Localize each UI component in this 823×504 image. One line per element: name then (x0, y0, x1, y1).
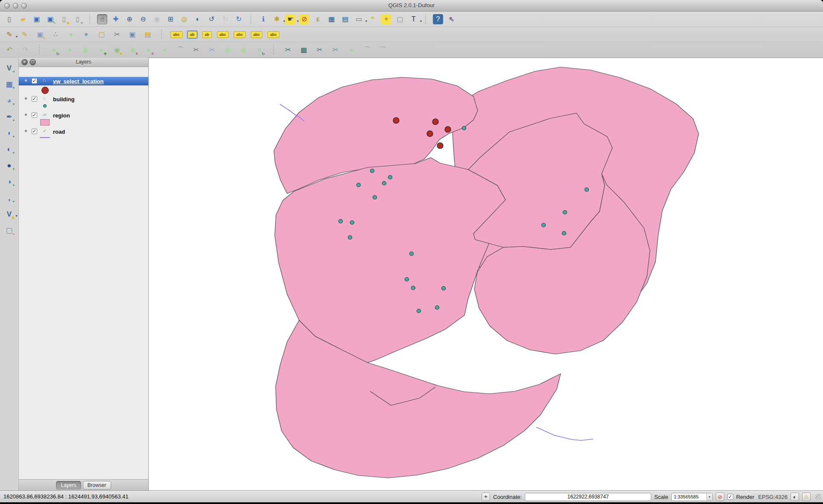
layer-visibility-checkbox[interactable]: ✓ (32, 96, 37, 102)
layer-visibility-checkbox[interactable]: ✓ (32, 112, 37, 118)
add-mssql-layer-button[interactable]: ◗+ (4, 128, 15, 138)
add-wfs-layer-button[interactable]: ◑+ (4, 176, 15, 187)
zoom-last-button[interactable]: ↺ (206, 14, 217, 24)
rotate-point-symbols-button[interactable]: ●↻ (254, 45, 265, 55)
deselect-features-button[interactable]: ⊘ (299, 14, 309, 24)
add-ring-button[interactable]: ◉ (80, 45, 91, 55)
layer-name[interactable]: road (53, 129, 65, 135)
select-features-button[interactable]: ☛▾ (285, 14, 296, 24)
add-spatialite-layer-button[interactable]: ✒+ (4, 111, 15, 122)
save-project-button[interactable]: ▣ (32, 14, 42, 24)
node-tool-button[interactable]: ⌖ (81, 29, 91, 40)
rotate-feature-button[interactable]: ●↻ (49, 45, 59, 55)
copy-features-button[interactable]: ▣ (127, 29, 138, 40)
layer-item-region[interactable]: ▼✓▱region (19, 111, 148, 120)
whats-this-button[interactable]: ⇖ (447, 14, 457, 24)
add-wcs-layer-button[interactable]: ●+ (4, 160, 15, 170)
refresh-map-button[interactable]: ↻ (234, 14, 244, 24)
add-feature-button[interactable]: ∴ (50, 29, 61, 40)
chevron-down-icon[interactable]: ▾ (365, 20, 367, 23)
rotate-label-icon[interactable]: abc (251, 31, 263, 38)
new-shapefile-layer-button[interactable]: V✱▾ (4, 209, 15, 219)
delete-ring-button[interactable]: ◉✕ (128, 45, 138, 55)
current-edits-button[interactable]: ✎▾ (4, 29, 15, 40)
undo-button[interactable]: ↶ (4, 45, 15, 55)
offset-curve-button[interactable]: ⌒ (175, 45, 185, 55)
zoom-to-layer-button[interactable]: ◐ (193, 14, 203, 24)
layer-item-building[interactable]: ▼✓∴building (19, 95, 148, 103)
field-calculator-button[interactable]: ▤ (340, 14, 350, 24)
composer-manager-button[interactable]: ▯✦ (73, 14, 83, 24)
delete-selected-button[interactable]: ▢ (97, 29, 107, 40)
add-wms-layer-button[interactable]: ◐+ (4, 144, 15, 154)
chevron-down-icon[interactable]: ▾ (706, 493, 712, 501)
zoom-to-selection-button[interactable]: ◎ (179, 14, 189, 24)
run-feature-action-button[interactable]: ✱▾ (272, 14, 282, 24)
layer-item-vw_select_location[interactable]: ▼✓∴vw_select_location (19, 77, 148, 85)
toggle-editing-button[interactable]: ✎ (20, 29, 30, 40)
map-tips-button[interactable]: ❝ (367, 14, 378, 24)
expand-triangle-icon[interactable]: ▼ (24, 129, 28, 133)
plugin-tool-7-button[interactable]: ⌒ (378, 45, 388, 55)
render-checkbox[interactable]: ✓ (727, 494, 733, 500)
chevron-down-icon[interactable]: ▾ (16, 35, 18, 38)
change-label-properties-icon[interactable]: abc (267, 31, 279, 38)
layer-visibility-checkbox[interactable]: ✓ (32, 78, 37, 84)
layer-visibility-checkbox[interactable]: ✓ (32, 129, 37, 134)
add-vector-layer-button[interactable]: V+ (4, 63, 15, 73)
expand-triangle-icon[interactable]: ▼ (24, 113, 28, 117)
new-bookmark-button[interactable]: ✦ (381, 14, 391, 24)
zoom-native-button[interactable]: ◉ (152, 14, 162, 24)
show-hide-labels-icon[interactable]: abc (217, 31, 229, 38)
chevron-down-icon[interactable]: ▾ (420, 20, 422, 23)
panel-tab-browser[interactable]: Browser (83, 481, 111, 489)
save-layer-edits-button[interactable]: ▣✎ (35, 29, 45, 40)
scale-combobox[interactable]: 1:33565585 ▾ (671, 493, 713, 501)
chevron-down-icon[interactable]: ▾ (297, 20, 299, 23)
help-button[interactable]: ? (433, 14, 443, 24)
paste-features-button[interactable]: ▤ (143, 29, 153, 40)
expand-triangle-icon[interactable]: ▼ (24, 97, 28, 101)
expand-triangle-icon[interactable]: ▼ (24, 79, 28, 83)
mouse-position-toggle-button[interactable]: ⌖ (482, 492, 490, 501)
redo-button[interactable]: ↷ (20, 45, 30, 55)
messages-button[interactable]: ⚠ (802, 492, 811, 501)
add-delimited-text-layer-button[interactable]: ,+ (4, 193, 15, 203)
split-features-button[interactable]: ✂ (191, 45, 201, 55)
zoom-out-button[interactable]: ⊖ (138, 14, 148, 24)
layer-item-road[interactable]: ▼✓✓road (19, 127, 148, 136)
merge-features-button[interactable]: ◉ (223, 45, 233, 55)
panel-tab-layers[interactable]: Layers (56, 481, 81, 489)
highlight-labels-icon[interactable]: ab (202, 31, 212, 38)
zoom-full-button[interactable]: ⊞ (165, 14, 176, 24)
show-bookmarks-button[interactable]: ▢ (395, 14, 405, 24)
cut-features-button[interactable]: ✂ (112, 29, 122, 40)
add-part-button[interactable]: ●✚ (96, 45, 106, 55)
layer-name[interactable]: building (53, 96, 75, 103)
layer-name[interactable]: region (53, 112, 70, 119)
new-print-composer-button[interactable]: ▯✱ (59, 14, 69, 24)
save-project-as-button[interactable]: ▣✎ (45, 14, 56, 24)
identify-features-button[interactable]: ℹ (258, 14, 268, 24)
map-canvas[interactable] (149, 58, 823, 490)
add-raster-layer-button[interactable]: ▦+ (4, 79, 15, 89)
reshape-features-button[interactable]: ● (159, 45, 170, 55)
zoom-in-button[interactable]: ⊕ (124, 14, 135, 24)
plugin-tool-1-button[interactable]: ✂ (283, 45, 293, 55)
open-attribute-table-button[interactable]: ▦ (326, 14, 337, 24)
layer-name[interactable]: vw_select_location (53, 78, 104, 85)
split-parts-button[interactable]: ✂ (207, 45, 217, 55)
pan-to-selection-button[interactable]: ✚ (111, 14, 121, 24)
text-annotation-button[interactable]: T▾ (409, 14, 419, 24)
merge-attributes-button[interactable]: ◉ (238, 45, 249, 55)
add-postgis-layer-button[interactable]: ◕+ (4, 95, 15, 105)
delete-part-button[interactable]: ●✕ (144, 45, 154, 55)
measure-button[interactable]: ▭▾ (354, 14, 364, 24)
chevron-down-icon[interactable]: ▾ (283, 20, 285, 23)
coordinate-input[interactable] (525, 493, 651, 501)
open-project-button[interactable]: ▰ (18, 14, 28, 24)
new-project-button[interactable]: ▯ (4, 14, 15, 24)
move-feature-button[interactable]: ● (66, 29, 76, 40)
plugin-tool-6-button[interactable]: ⌒ (362, 45, 372, 55)
resize-grip[interactable] (815, 494, 821, 500)
